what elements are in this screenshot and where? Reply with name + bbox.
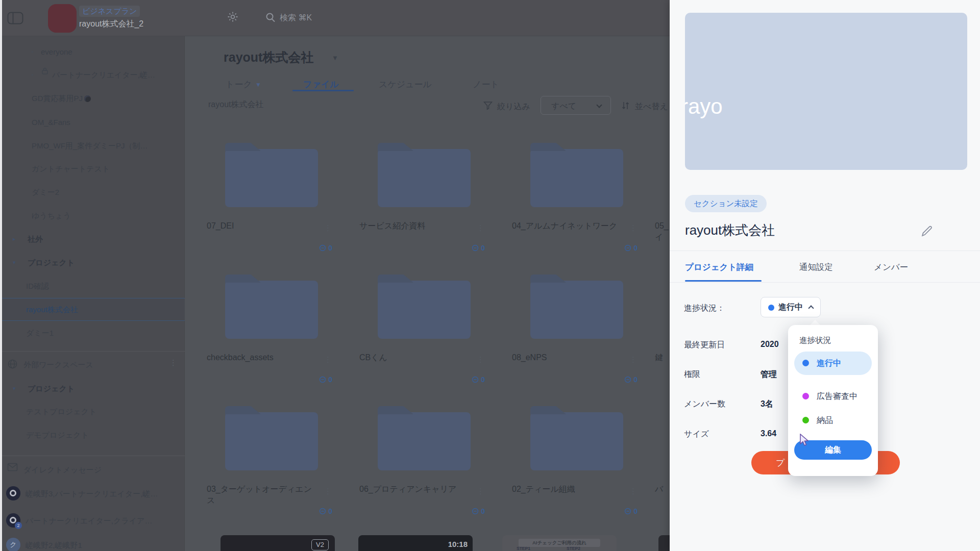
sidebar-item-project[interactable]: GD賞応募用PJ	[32, 94, 91, 104]
breadcrumb[interactable]: rayout株式会社	[208, 99, 263, 110]
folder-name: 08_eNPS	[512, 352, 624, 363]
tab-schedule[interactable]: スケジュール	[379, 79, 432, 90]
dm-thread[interactable]: パートナークリエイター,クライア…	[26, 516, 152, 526]
sidebar-item-demo-project[interactable]: デモプロジェクト	[26, 431, 89, 440]
sidebar-item-id-check[interactable]: ID確認	[26, 282, 49, 291]
chevron-down-icon[interactable]: ▾	[13, 385, 16, 392]
chevron-up-icon	[808, 305, 814, 311]
sidebar-item-test-project[interactable]: テストプロジェクト	[26, 407, 96, 417]
detail-value: 管理	[761, 369, 777, 380]
project-cover-image[interactable]: rayo	[685, 13, 967, 170]
chevron-down-icon[interactable]: ▼	[332, 54, 338, 62]
more-options-icon[interactable]: ⋮	[477, 223, 484, 233]
folder-card[interactable]: checkback_assets ⋮ 0	[207, 281, 334, 398]
sidebar-section-external[interactable]: 社外	[28, 235, 43, 244]
sidebar-item-selected[interactable]: rayout株式会社	[0, 298, 185, 321]
folder-card[interactable]: 04_アルムナイネットワーク ⋮ 0	[512, 149, 640, 266]
more-options-icon[interactable]: ⋮	[324, 487, 332, 496]
folder-card[interactable]: 06_プロティアンキャリア ⋮ 0	[359, 412, 487, 530]
gear-icon[interactable]	[227, 11, 239, 25]
mouse-cursor	[799, 434, 812, 450]
window-edge	[0, 0, 2, 551]
tab-notification-settings[interactable]: 通知設定	[799, 262, 833, 273]
folder-card[interactable]: 02_ティール組織 ⋮ 0	[512, 412, 640, 530]
sidebar-item-project[interactable]: ガントチャートテスト	[32, 164, 110, 174]
lock-icon	[41, 67, 49, 77]
document-thumbnail[interactable]: AIチェックご利用の流れ STEP1 STEP2	[502, 535, 617, 551]
chevron-down-icon[interactable]: ▾	[13, 259, 16, 266]
status-option[interactable]: 納品	[817, 415, 833, 426]
sidebar-item-project[interactable]: ダミー2	[32, 188, 59, 197]
folder-name: CBくん	[359, 352, 472, 363]
status-dropdown-button[interactable]: 進行中	[761, 297, 821, 317]
file-thumbnail[interactable]: V2	[220, 535, 335, 551]
tab-notes[interactable]: ノート	[473, 79, 499, 90]
filter-select[interactable]: すべて	[541, 96, 611, 115]
tab-talk[interactable]: トーク	[226, 79, 252, 90]
filter-icon[interactable]	[483, 101, 493, 113]
sidebar-item-everyone[interactable]: everyone	[41, 47, 72, 56]
chevron-right-icon[interactable]: ▸	[32, 49, 34, 54]
chevron-down-icon[interactable]: ▼	[255, 81, 261, 88]
sidebar-item-dummy1[interactable]: ダミー1	[26, 329, 54, 338]
chevron-right-icon[interactable]: ▸	[32, 72, 34, 77]
sidebar-item-project[interactable]: OM_&Fans	[32, 118, 70, 127]
kebab-menu-icon[interactable]: ⋮	[169, 358, 177, 367]
more-options-icon[interactable]: ⋮	[629, 487, 637, 496]
sidebar-section-external-workspace[interactable]: 外部ワークスペース	[23, 360, 93, 370]
folder-card[interactable]: CBくん ⋮ 0	[359, 281, 487, 398]
folder-card[interactable]: 03_ターゲットオーディエンス ⋮ 0	[207, 412, 334, 530]
folder-card[interactable]: 07_DEI ⋮ 0	[207, 149, 334, 266]
tab-project-detail[interactable]: プロジェクト詳細	[685, 262, 753, 273]
sort-button[interactable]: 並べ替え	[635, 102, 668, 112]
comment-count: 0	[602, 375, 638, 384]
video-thumbnail[interactable]: 10:18	[358, 535, 473, 551]
folder-name: 02_ティール組織	[512, 484, 624, 495]
more-options-icon[interactable]: ⋮	[629, 355, 637, 364]
sidebar-section-dm[interactable]: ダイレクトメッセージ	[23, 465, 102, 475]
primary-action-label: プ	[776, 457, 785, 469]
dm-thread[interactable]: 嵯峨野2,嵯峨野1	[26, 541, 82, 550]
sidebar-toggle-icon[interactable]	[7, 12, 23, 27]
folder-icon	[530, 412, 623, 470]
status-option[interactable]: 進行中	[817, 358, 841, 369]
chevron-down-icon	[596, 102, 602, 108]
sidebar-item-project[interactable]: ゆうちょう	[32, 211, 71, 221]
tab-members[interactable]: メンバー	[874, 262, 908, 273]
sidebar-section-projects[interactable]: プロジェクト	[28, 258, 75, 268]
status-option[interactable]: 広告審査中	[817, 391, 857, 402]
sidebar-item-project[interactable]: PMO_WF用_案件ダミーPJ（制…	[32, 141, 148, 151]
doc-title: AIチェックご利用の流れ	[519, 539, 600, 547]
more-options-icon[interactable]: ⋮	[477, 487, 484, 496]
sidebar-section-ext-projects[interactable]: プロジェクト	[28, 384, 75, 394]
more-options-icon[interactable]: ⋮	[324, 223, 332, 233]
filter-button[interactable]: 絞り込み	[497, 102, 530, 112]
globe-icon	[7, 359, 18, 371]
sort-icon[interactable]	[621, 101, 631, 113]
more-options-icon[interactable]: ⋮	[477, 355, 484, 364]
chevron-right-icon[interactable]: ▸	[13, 236, 16, 242]
workspace-logo[interactable]	[48, 4, 77, 33]
more-options-icon[interactable]: ⋮	[324, 355, 332, 364]
avatar: ク	[6, 538, 20, 551]
project-title: rayout株式会社	[685, 221, 775, 239]
folder-name: 03_ターゲットオーディエンス	[207, 484, 319, 506]
section-badge[interactable]: セクション未設定	[685, 195, 767, 212]
filter-select-value: すべて	[551, 101, 576, 112]
folder-icon	[378, 412, 471, 470]
folder-card[interactable]: 08_eNPS ⋮ 0	[512, 281, 640, 398]
sidebar-item-label: rayout株式会社	[26, 305, 78, 315]
more-options-icon[interactable]: ⋮	[629, 223, 637, 233]
search-icon[interactable]	[264, 11, 277, 26]
folder-card[interactable]: サービス紹介資料 ⋮ 0	[359, 149, 487, 266]
edit-pencil-icon[interactable]	[920, 224, 934, 240]
search-input[interactable]: 検索 ⌘K	[280, 13, 312, 23]
dm-thread[interactable]: 嵯峨野3,パートナークリエイター,嵯…	[26, 489, 158, 499]
comment-count: 0	[297, 507, 332, 515]
page-title[interactable]: rayout株式会社	[224, 49, 313, 66]
workspace-name[interactable]: rayout株式会社_2	[79, 19, 143, 30]
active-tab-underline	[685, 280, 762, 282]
detail-label-status: 進捗状況：	[684, 303, 725, 314]
sidebar-item-channel[interactable]: パートナークリエイター,嵯…	[52, 70, 155, 80]
tab-files[interactable]: ファイル	[303, 79, 339, 90]
